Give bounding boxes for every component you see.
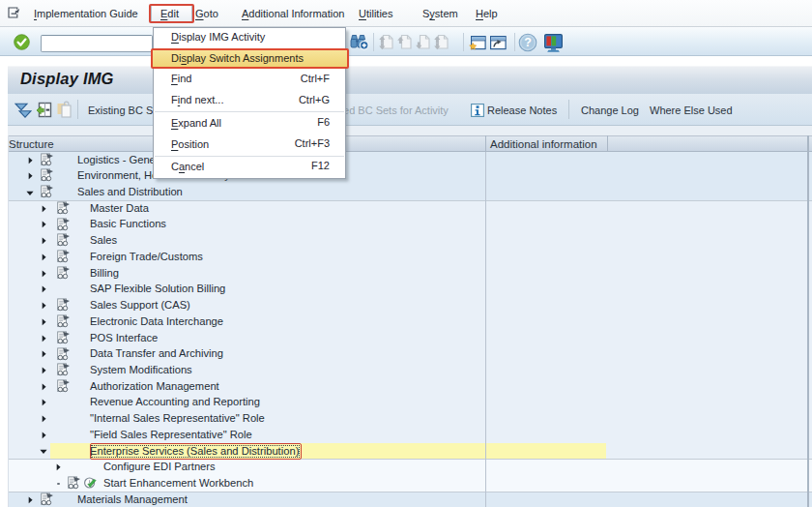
- svg-text:?: ?: [524, 36, 532, 49]
